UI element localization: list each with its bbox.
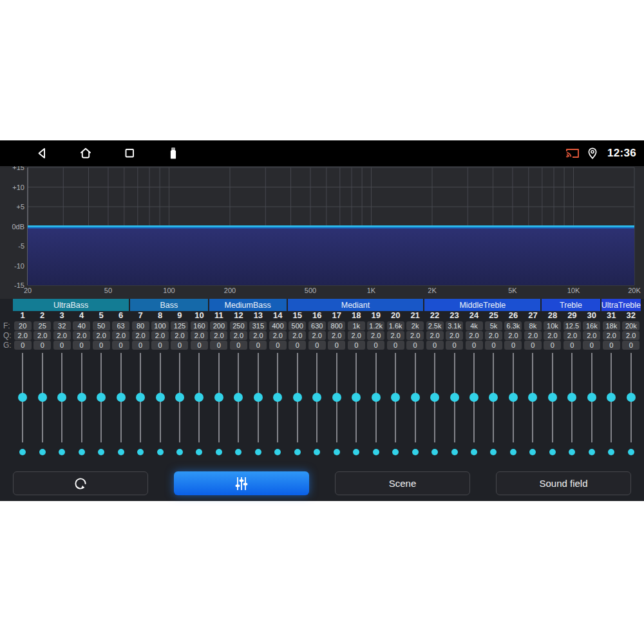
q-value-cell[interactable]: 2.0: [446, 331, 463, 340]
q-value-cell[interactable]: 2.0: [14, 331, 32, 340]
q-value-cell[interactable]: 2.0: [328, 331, 345, 340]
q-value-cell[interactable]: 2.0: [387, 331, 404, 340]
f-value-cell[interactable]: 40: [73, 321, 90, 330]
q-value-cell[interactable]: 2.0: [348, 331, 365, 340]
g-value-cell[interactable]: 0: [622, 341, 639, 350]
slider-knob[interactable]: [372, 393, 381, 402]
gain-slider[interactable]: [135, 353, 146, 442]
slider-knob[interactable]: [469, 393, 478, 402]
f-value-cell[interactable]: 125: [171, 321, 188, 330]
channel-dot[interactable]: [19, 449, 26, 455]
gain-slider[interactable]: [253, 353, 263, 442]
channel-dot[interactable]: [274, 449, 281, 455]
g-value-cell[interactable]: 0: [33, 341, 51, 350]
q-value-cell[interactable]: 2.0: [583, 331, 600, 340]
slider-knob[interactable]: [117, 393, 126, 402]
f-value-cell[interactable]: 400: [269, 321, 287, 330]
q-value-cell[interactable]: 2.0: [191, 331, 208, 340]
gain-slider[interactable]: [410, 353, 421, 442]
slider-knob[interactable]: [77, 393, 86, 402]
g-value-cell[interactable]: 0: [446, 341, 463, 350]
channel-dot[interactable]: [373, 449, 379, 455]
slider-knob[interactable]: [175, 393, 184, 402]
g-value-cell[interactable]: 0: [112, 341, 129, 350]
back-icon[interactable]: [34, 146, 50, 161]
gain-slider[interactable]: [587, 353, 597, 442]
sound-field-button[interactable]: Sound field: [496, 471, 631, 495]
q-value-cell[interactable]: 2.0: [466, 331, 483, 340]
channel-dot[interactable]: [549, 449, 556, 455]
f-value-cell[interactable]: 12.5: [564, 321, 581, 330]
q-value-cell[interactable]: 2.0: [151, 331, 169, 340]
slider-knob[interactable]: [156, 393, 165, 402]
channel-dot[interactable]: [334, 449, 340, 455]
q-value-cell[interactable]: 2.0: [249, 331, 267, 340]
slider-knob[interactable]: [332, 393, 341, 402]
gain-slider[interactable]: [508, 353, 518, 442]
q-value-cell[interactable]: 2.0: [171, 331, 188, 340]
slider-knob[interactable]: [254, 393, 263, 402]
channel-dot[interactable]: [589, 449, 595, 455]
channel-dot[interactable]: [353, 449, 359, 455]
home-icon[interactable]: [78, 146, 93, 161]
slider-knob[interactable]: [391, 393, 400, 402]
f-value-cell[interactable]: 200: [210, 321, 227, 330]
slider-knob[interactable]: [567, 393, 576, 402]
channel-dot[interactable]: [118, 449, 124, 455]
f-value-cell[interactable]: 20: [14, 321, 32, 330]
channel-dot[interactable]: [529, 449, 536, 455]
q-value-cell[interactable]: 2.0: [132, 331, 149, 340]
q-value-cell[interactable]: 2.0: [230, 331, 247, 340]
channel-dot[interactable]: [569, 449, 575, 455]
q-value-cell[interactable]: 2.0: [33, 331, 51, 340]
slider-knob[interactable]: [587, 393, 596, 402]
recents-icon[interactable]: [122, 146, 137, 161]
f-value-cell[interactable]: 20k: [622, 321, 639, 330]
channel-dot[interactable]: [412, 449, 419, 455]
gain-slider[interactable]: [430, 353, 440, 442]
gain-slider[interactable]: [96, 353, 106, 442]
gain-slider[interactable]: [37, 353, 48, 442]
channel-dot[interactable]: [59, 449, 65, 455]
f-value-cell[interactable]: 250: [230, 321, 247, 330]
slider-knob[interactable]: [627, 393, 636, 402]
f-value-cell[interactable]: 315: [249, 321, 267, 330]
slider-knob[interactable]: [234, 393, 243, 402]
gain-slider[interactable]: [17, 353, 28, 442]
g-value-cell[interactable]: 0: [93, 341, 110, 350]
q-value-cell[interactable]: 2.0: [269, 331, 287, 340]
channel-dot[interactable]: [314, 449, 320, 455]
slider-knob[interactable]: [509, 393, 518, 402]
g-value-cell[interactable]: 0: [14, 341, 32, 350]
channel-dot[interactable]: [294, 449, 301, 455]
q-value-cell[interactable]: 2.0: [504, 331, 522, 340]
slider-knob[interactable]: [273, 393, 282, 402]
gain-slider[interactable]: [175, 353, 185, 442]
slider-knob[interactable]: [411, 393, 420, 402]
channel-dot[interactable]: [196, 449, 202, 455]
f-value-cell[interactable]: 160: [191, 321, 208, 330]
g-value-cell[interactable]: 0: [544, 341, 561, 350]
slider-knob[interactable]: [214, 393, 223, 402]
g-value-cell[interactable]: 0: [466, 341, 483, 350]
g-value-cell[interactable]: 0: [308, 341, 326, 350]
gain-slider[interactable]: [155, 353, 166, 442]
g-value-cell[interactable]: 0: [151, 341, 169, 350]
gain-slider[interactable]: [116, 353, 126, 442]
g-value-cell[interactable]: 0: [406, 341, 424, 350]
gain-slider[interactable]: [527, 353, 538, 442]
q-value-cell[interactable]: 2.0: [544, 331, 561, 340]
eq-button[interactable]: [174, 471, 309, 495]
gain-slider[interactable]: [390, 353, 401, 442]
channel-dot[interactable]: [392, 449, 399, 455]
g-value-cell[interactable]: 0: [328, 341, 345, 350]
f-value-cell[interactable]: 1k: [348, 321, 365, 330]
slider-knob[interactable]: [548, 393, 557, 402]
f-value-cell[interactable]: 4k: [466, 321, 483, 330]
g-value-cell[interactable]: 0: [289, 341, 306, 350]
gain-slider[interactable]: [450, 353, 460, 442]
f-value-cell[interactable]: 16k: [583, 321, 600, 330]
g-value-cell[interactable]: 0: [426, 341, 444, 350]
slider-knob[interactable]: [489, 393, 498, 402]
gain-slider[interactable]: [214, 353, 224, 442]
